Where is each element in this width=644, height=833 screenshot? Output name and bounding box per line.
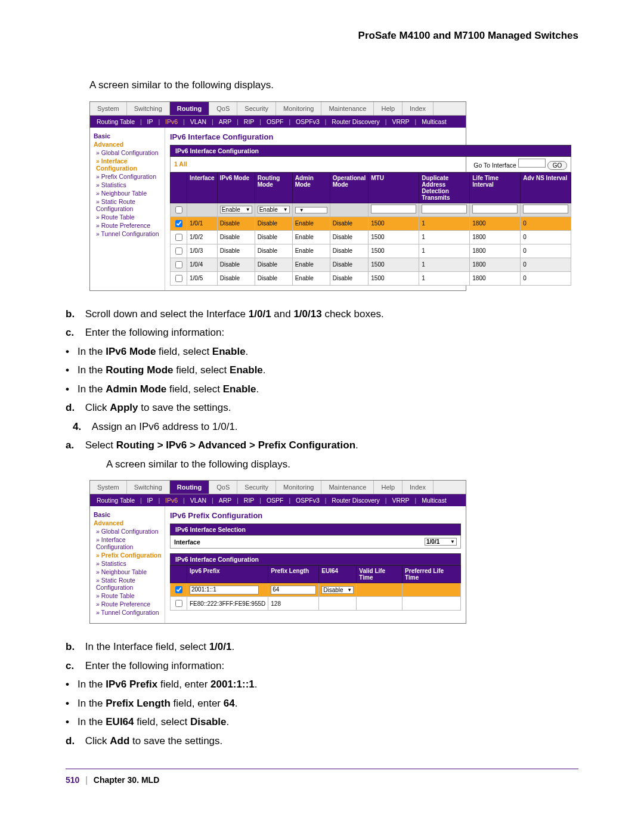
goto-input[interactable] xyxy=(518,159,546,168)
sidebar-item[interactable]: » Static Route Configuration xyxy=(96,577,162,591)
subnav-ipv6[interactable]: IPv6 xyxy=(165,497,178,504)
sidebar-item[interactable]: » Neighbour Table xyxy=(96,190,162,197)
subnav-router-discovery[interactable]: Router Discovery xyxy=(332,497,380,504)
table-row: 1/0/1DisableDisableEnableDisable15001180… xyxy=(171,216,571,230)
subnav-ip[interactable]: IP xyxy=(147,118,153,125)
advns-input[interactable] xyxy=(523,205,568,213)
prefix-length-input[interactable]: 64 xyxy=(271,586,316,594)
sidebar: BasicAdvanced» Global Configuration» Int… xyxy=(90,506,165,623)
subnav-ospf[interactable]: OSPF xyxy=(267,497,284,504)
sidebar-item[interactable]: » Route Preference xyxy=(96,222,162,229)
tab-monitoring[interactable]: Monitoring xyxy=(276,102,321,115)
sidebar-basic[interactable]: Basic xyxy=(94,132,162,140)
sidebar-basic[interactable]: Basic xyxy=(94,511,162,518)
section-title: IPv6 Prefix Configuration xyxy=(170,511,461,520)
sidebar-item[interactable]: » Neighbour Table xyxy=(96,568,162,575)
step-4: 4. Assign an IPv6 address to 1/0/1. xyxy=(73,419,578,435)
sidebar-item[interactable]: » Statistics xyxy=(96,560,162,567)
subnav-ospfv3[interactable]: OSPFv3 xyxy=(296,118,320,125)
interface-select-row: Interface 1/0/1▼ xyxy=(170,535,461,549)
subnav-ospfv3[interactable]: OSPFv3 xyxy=(296,497,320,504)
dad-input[interactable] xyxy=(422,205,467,213)
subnav-arp[interactable]: ARP xyxy=(219,497,232,504)
sidebar-item[interactable]: » Prefix Configuration xyxy=(96,173,162,180)
row-checkbox[interactable] xyxy=(175,275,182,282)
tab-help[interactable]: Help xyxy=(374,481,402,494)
sidebar-item[interactable]: » Tunnel Configuration xyxy=(96,609,162,616)
tab-maintenance[interactable]: Maintenance xyxy=(321,102,374,115)
subnav-vrrp[interactable]: VRRP xyxy=(392,497,409,504)
ipv6-prefix-input[interactable]: 2001:1::1 xyxy=(190,586,259,594)
tab-maintenance[interactable]: Maintenance xyxy=(321,481,374,494)
ipv6-mode-dropdown[interactable]: Enable▼ xyxy=(220,206,252,213)
tab-qos[interactable]: QoS xyxy=(209,102,237,115)
filter-label[interactable]: 1 All xyxy=(174,160,187,168)
sidebar-item[interactable]: » Interface Configuration xyxy=(96,157,162,172)
sidebar-advanced[interactable]: Advanced xyxy=(94,519,162,527)
eui64-dropdown[interactable]: Disable▼ xyxy=(321,586,354,594)
row-checkbox[interactable] xyxy=(175,220,182,227)
sidebar-item[interactable]: » Route Preference xyxy=(96,600,162,608)
tab-help[interactable]: Help xyxy=(374,102,402,115)
tab-routing[interactable]: Routing xyxy=(170,102,210,115)
sidebar-advanced[interactable]: Advanced xyxy=(94,141,162,148)
tab-monitoring[interactable]: Monitoring xyxy=(276,481,321,494)
row-checkbox[interactable] xyxy=(175,600,182,607)
tab-security[interactable]: Security xyxy=(237,481,276,494)
row-checkbox[interactable] xyxy=(175,247,182,255)
subnav-ip[interactable]: IP xyxy=(147,497,153,504)
tab-switching[interactable]: Switching xyxy=(127,102,170,115)
subnav-vrrp[interactable]: VRRP xyxy=(392,118,409,125)
tab-index[interactable]: Index xyxy=(402,481,434,494)
subnav-routing-table[interactable]: Routing Table xyxy=(97,118,135,125)
row-checkbox[interactable] xyxy=(175,586,182,593)
admin-mode-dropdown[interactable]: ▼ xyxy=(295,207,327,213)
subnav-rip[interactable]: RIP xyxy=(244,118,255,125)
subnav-arp[interactable]: ARP xyxy=(219,118,232,125)
interface-dropdown[interactable]: 1/0/1▼ xyxy=(425,538,457,546)
subnav-router-discovery[interactable]: Router Discovery xyxy=(332,118,380,125)
sidebar-item[interactable]: » Static Route Configuration xyxy=(96,198,162,212)
sidebar-item[interactable]: » Interface Configuration xyxy=(96,536,162,550)
table-row: 1/0/4DisableDisableEnableDisable15001180… xyxy=(171,258,571,271)
tab-system[interactable]: System xyxy=(90,102,127,115)
subnav-multicast[interactable]: Multicast xyxy=(422,497,446,504)
tab-qos[interactable]: QoS xyxy=(209,481,237,494)
tab-system[interactable]: System xyxy=(90,481,127,494)
routing-mode-dropdown[interactable]: Enable▼ xyxy=(258,206,290,213)
life-input[interactable] xyxy=(472,205,518,213)
interface-table: InterfaceIPv6 ModeRouting ModeAdmin Mode… xyxy=(170,172,571,286)
subnav-ipv6[interactable]: IPv6 xyxy=(165,118,178,125)
subsection-bar-2: IPv6 Interface Configuration xyxy=(170,553,461,565)
subnav-vlan[interactable]: VLAN xyxy=(190,118,206,125)
tab-switching[interactable]: Switching xyxy=(127,481,170,494)
row-checkbox[interactable] xyxy=(175,234,182,241)
select-all-checkbox[interactable] xyxy=(175,206,182,213)
sidebar-item[interactable]: » Route Table xyxy=(96,213,162,221)
mtu-input[interactable] xyxy=(371,205,416,213)
subnav-vlan[interactable]: VLAN xyxy=(190,497,206,504)
step2-b: b. In the Interface field, select 1/0/1. xyxy=(66,639,578,655)
row-checkbox[interactable] xyxy=(175,261,182,268)
sidebar-item[interactable]: » Global Configuration xyxy=(96,149,162,156)
subnav-routing-table[interactable]: Routing Table xyxy=(97,497,135,504)
tab-security[interactable]: Security xyxy=(237,102,276,115)
tab-routing[interactable]: Routing xyxy=(170,481,210,494)
go-button[interactable]: GO xyxy=(547,161,568,170)
subnav-rip[interactable]: RIP xyxy=(244,497,255,504)
subnav-ospf[interactable]: OSPF xyxy=(267,118,284,125)
step-d: d. Click Apply to save the settings. xyxy=(66,400,578,416)
sidebar-item[interactable]: » Statistics xyxy=(96,181,162,188)
subnav-multicast[interactable]: Multicast xyxy=(422,118,446,125)
intro-text-2: A screen similar to the following displa… xyxy=(106,457,578,472)
sidebar-item[interactable]: » Prefix Configuration xyxy=(96,552,162,559)
bullet-item: •In the IPv6 Prefix field, enter 2001:1:… xyxy=(66,677,578,692)
sidebar-item[interactable]: » Global Configuration xyxy=(96,528,162,535)
sidebar-item[interactable]: » Route Table xyxy=(96,592,162,599)
tab-index[interactable]: Index xyxy=(402,102,434,115)
sidebar-item[interactable]: » Tunnel Configuration xyxy=(96,230,162,237)
sub-nav: Routing Table | IP | IPv6 | VLAN | ARP |… xyxy=(90,116,466,128)
subsection-bar: IPv6 Interface Selection xyxy=(170,524,461,535)
prefix-table: Ipv6 PrefixPrefix LengthEUI64Valid Life … xyxy=(170,565,461,611)
main-tabs: SystemSwitchingRoutingQoSSecurityMonitor… xyxy=(90,102,466,116)
